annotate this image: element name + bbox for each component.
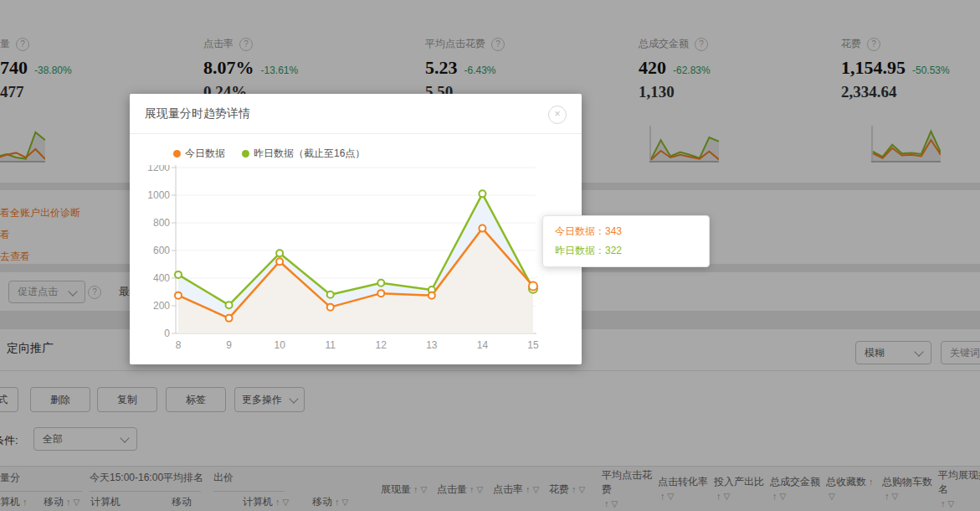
svg-text:11: 11: [325, 339, 336, 351]
data-point-marker: [327, 292, 334, 298]
svg-text:13: 13: [426, 339, 438, 351]
svg-text:9: 9: [226, 339, 232, 351]
tooltip-today-line: 今日数据：343: [555, 222, 697, 241]
chart-tooltip: 今日数据：343 昨日数据：322: [542, 215, 710, 267]
data-point-marker: [276, 250, 283, 256]
svg-text:1000: 1000: [147, 189, 170, 201]
data-point-marker: [327, 304, 334, 311]
data-point-marker: [377, 290, 384, 297]
svg-text:14: 14: [477, 339, 489, 351]
modal-title: 展现量分时趋势详情: [145, 106, 250, 121]
data-point-marker: [479, 225, 485, 232]
data-point-marker: [226, 315, 233, 322]
chart-legend: 今日数据昨日数据（截止至16点）: [173, 147, 365, 161]
data-point-marker: [529, 281, 537, 290]
data-point-marker: [428, 292, 435, 299]
svg-text:1200: 1200: [147, 165, 170, 173]
data-point-marker: [175, 292, 182, 299]
data-point-marker: [276, 258, 283, 265]
legend-item[interactable]: 今日数据: [173, 147, 225, 161]
svg-text:10: 10: [274, 339, 285, 351]
svg-text:8: 8: [176, 339, 182, 351]
data-point-marker: [175, 271, 182, 278]
svg-text:200: 200: [153, 300, 170, 312]
tooltip-yesterday-line: 昨日数据：322: [555, 241, 697, 261]
svg-text:400: 400: [153, 272, 170, 284]
legend-dot-icon: [173, 150, 181, 157]
data-point-marker: [479, 190, 485, 197]
svg-text:12: 12: [376, 339, 387, 351]
legend-item[interactable]: 昨日数据（截止至16点）: [242, 147, 365, 161]
impression-trend-modal: 展现量分时趋势详情 × 今日数据昨日数据（截止至16点） 02004006008…: [130, 94, 582, 364]
svg-text:800: 800: [153, 217, 170, 229]
chart-svg: 02004006008001000120089101112131415: [130, 165, 582, 364]
close-icon[interactable]: ×: [548, 106, 567, 124]
page: 量? 740-38.80% 477 点击率? 8.07%-13.61% 0.24…: [0, 0, 980, 511]
modal-header: 展现量分时趋势详情 ×: [130, 94, 582, 134]
svg-text:15: 15: [527, 339, 539, 351]
svg-text:0: 0: [164, 328, 170, 339]
data-point-marker: [226, 302, 233, 308]
legend-dot-icon: [242, 150, 249, 157]
trend-line-chart[interactable]: 02004006008001000120089101112131415: [130, 165, 582, 364]
data-point-marker: [377, 280, 384, 286]
svg-text:600: 600: [153, 245, 170, 256]
